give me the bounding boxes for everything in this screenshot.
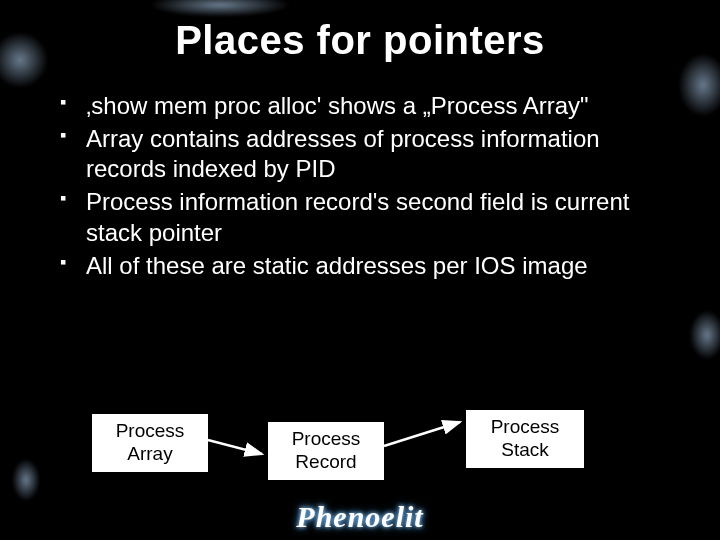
diagram-row: ProcessArray ProcessRecord xyxy=(0,408,720,478)
decor-glow xyxy=(682,300,720,370)
box-label: ProcessRecord xyxy=(292,428,361,474)
slide: Places for pointers ‚show mem proc alloc… xyxy=(0,0,720,540)
svg-line-0 xyxy=(208,440,262,454)
slide-title: Places for pointers xyxy=(40,18,680,63)
box-process-record: ProcessRecord xyxy=(268,422,384,480)
footer-logo: Phenoelit xyxy=(0,500,720,534)
arrow-icon xyxy=(382,416,470,452)
bullet-item: Process information record's second fiel… xyxy=(86,187,660,248)
box-process-stack: ProcessStack xyxy=(466,410,584,468)
box-label: ProcessArray xyxy=(116,420,185,466)
svg-line-1 xyxy=(384,422,460,446)
arrow-icon xyxy=(206,432,272,460)
bullet-item: ‚show mem proc alloc' shows a „Process A… xyxy=(86,91,660,122)
box-label: ProcessStack xyxy=(491,416,560,462)
bullet-item: All of these are static addresses per IO… xyxy=(86,251,660,282)
bullet-item: Array contains addresses of process info… xyxy=(86,124,660,185)
bullet-list: ‚show mem proc alloc' shows a „Process A… xyxy=(40,91,680,281)
box-process-array: ProcessArray xyxy=(92,414,208,472)
